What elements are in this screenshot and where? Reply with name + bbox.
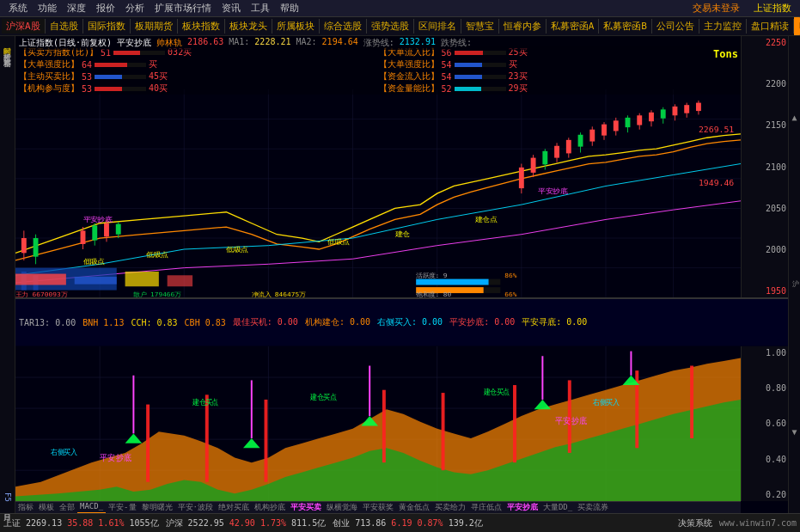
tab-pa-floor[interactable]: 平安抄底: [504, 502, 540, 513]
tb-shenzhen[interactable]: 沪深A股: [2, 19, 46, 34]
tar-info: TAR13: 0.00: [19, 318, 76, 327]
svg-text:平安抄底: 平安抄底: [538, 187, 567, 195]
capital-amount-label: 【资金量能比】: [379, 83, 439, 95]
menu-depth[interactable]: 深度: [62, 2, 91, 15]
svg-rect-37: [531, 158, 536, 173]
sidebar-right-bottom[interactable]: ▼: [790, 427, 799, 437]
tab-buy-sell[interactable]: 买卖给力: [432, 502, 468, 513]
tab-flow[interactable]: 买卖流券: [575, 502, 611, 513]
tb-board[interactable]: 盘口精读: [747, 19, 794, 34]
menu-system[interactable]: 系统: [3, 2, 33, 15]
svg-rect-102: [442, 393, 445, 470]
sidebar-f5[interactable]: F5: [2, 491, 14, 504]
index-btn[interactable]: 上证指数: [748, 2, 797, 15]
tb-private-a[interactable]: 私募密函A: [547, 19, 600, 34]
big-vol-signal: 买: [149, 58, 157, 70]
tb-sector-idx[interactable]: 板块指数: [178, 19, 225, 34]
price-scale: 2250 2200 2150 2100 2050 2000 1950: [741, 36, 788, 297]
tab-template[interactable]: 模板: [36, 502, 57, 513]
tb-private-b[interactable]: 私募密函B: [599, 19, 652, 34]
svg-rect-29: [92, 225, 97, 240]
active-buy-value: 53: [82, 72, 92, 82]
svg-rect-61: [673, 107, 678, 115]
svg-text:平安抄底: 平安抄底: [555, 415, 587, 425]
svg-rect-0: [15, 89, 741, 297]
tb-monitor[interactable]: 主力监控: [699, 19, 747, 34]
tab-seek-low[interactable]: 寻庄低点: [468, 502, 504, 513]
tab-wave[interactable]: 平安·波段: [175, 502, 216, 513]
sidebar-time[interactable]: 时间: [0, 40, 15, 43]
tab-dawn[interactable]: 黎明曙光: [139, 502, 175, 513]
menu-extend[interactable]: 扩展市场行情: [150, 2, 217, 15]
tb-range-rank[interactable]: 区间排名: [414, 19, 461, 34]
sidebar-right-scroll[interactable]: ▲: [790, 113, 799, 122]
bottom-chart-svg[interactable]: 平安抄底 建仓买点 建仓买点 建仓买点 右侧买入 平安抄底 右侧买入: [15, 346, 741, 501]
svg-text:2269.51: 2269.51: [699, 125, 734, 134]
right-buy: 右侧买入: 0.00: [377, 316, 443, 328]
svg-text:建仓买点: 建仓买点: [192, 397, 218, 407]
trend-label: 涨势线:: [363, 37, 394, 49]
sidebar-daily[interactable]: 日月: [0, 506, 15, 510]
svg-rect-41: [554, 146, 559, 158]
tb-futures[interactable]: 板期期货: [131, 19, 178, 34]
svg-text:86%: 86%: [504, 272, 517, 278]
big-force-value: 54: [442, 60, 452, 70]
tab-indicator[interactable]: 指标: [15, 502, 36, 513]
tb-sector-lead[interactable]: 板块龙头: [225, 19, 272, 34]
price-2000: 2000: [743, 245, 786, 254]
capital-in-signal: 23买: [509, 70, 528, 83]
ma2-value: 2194.64: [322, 37, 358, 49]
tb-composite[interactable]: 综合选股: [320, 19, 367, 34]
svg-rect-45: [578, 135, 583, 147]
tb-sector-all[interactable]: 所属板块: [272, 19, 320, 34]
institution-signal: 40买: [149, 83, 168, 95]
chart-title: 上证指数(日线·前复权) 平安抄底: [19, 37, 151, 49]
tab-pa-vol[interactable]: 平安-量: [106, 502, 138, 513]
svg-text:活跃度: 9: 活跃度: 9: [416, 272, 447, 278]
svg-text:饱和度: 80: 饱和度: 80: [415, 290, 451, 297]
tab-vertical[interactable]: 纵横觉海: [324, 502, 360, 513]
tb-announce[interactable]: 公司公告: [652, 19, 699, 34]
middle-panel: TAR13: 0.00 BNH 1.13 CCH: 0.83 CBH 0.83 …: [15, 298, 788, 346]
tb-watchlist[interactable]: 自选股: [46, 19, 83, 34]
menu-analysis[interactable]: 分析: [120, 2, 150, 15]
index2-chg: 42.90: [229, 518, 255, 528]
trend-value: 2132.91: [400, 37, 436, 49]
tab-pa-prize[interactable]: 平安获奖: [360, 502, 396, 513]
floor-buy: 平安抄底: 0.00: [449, 316, 515, 328]
flash-btn[interactable]: 闪电手: [794, 17, 800, 36]
tab-pa-buy[interactable]: 平安买卖: [288, 502, 324, 513]
candlestick-chart[interactable]: 低吸点 低吸点 低吸点 低吸点 建仓 建仓点 平安抄底 平安抄底 2269.51…: [15, 89, 741, 297]
not-logged-btn[interactable]: 交易未登录: [687, 2, 745, 15]
menu-tools[interactable]: 工具: [246, 2, 275, 15]
tab-floor[interactable]: 绝对买底: [216, 502, 252, 513]
active-buy-row: 【主动买卖比】 53 45买: [19, 70, 378, 83]
menu-function[interactable]: 功能: [33, 2, 62, 15]
bottom-p080: 0.80: [743, 383, 786, 393]
tb-smart[interactable]: 智慧宝: [461, 19, 499, 34]
tab-gold-low[interactable]: 黄金低点: [396, 502, 432, 513]
drop-label: 跌势线:: [441, 37, 472, 49]
index2-name: 沪深 2522.95: [166, 518, 224, 528]
menu-quote[interactable]: 报价: [91, 2, 120, 15]
status-index1: 上证 2269.13 35.88 1.61% 1055亿: [3, 517, 159, 529]
active-buy-signal: 45买: [149, 70, 168, 83]
svg-text:66%: 66%: [504, 290, 517, 297]
svg-text:1949.46: 1949.46: [699, 179, 734, 187]
svg-rect-35: [519, 168, 524, 188]
svg-rect-31: [104, 223, 109, 237]
svg-rect-77: [416, 279, 488, 285]
tb-intl-index[interactable]: 国际指数: [83, 19, 131, 34]
tab-big-vol[interactable]: 大量DD_: [540, 502, 575, 513]
decision-label: 决策系统: [678, 517, 712, 529]
svg-rect-47: [589, 130, 595, 142]
tb-strong[interactable]: 强势选股: [367, 19, 414, 34]
menu-info[interactable]: 资讯: [217, 2, 246, 15]
sidebar-tech[interactable]: 技术分析: [0, 46, 15, 49]
sidebar-basic[interactable]: 基本资料: [0, 52, 15, 55]
tb-hengrei[interactable]: 恒睿内参: [499, 19, 547, 34]
tab-inst-floor[interactable]: 机构抄底: [252, 502, 288, 513]
tab-all[interactable]: 全部: [57, 502, 77, 513]
tab-macd[interactable]: MACD_: [77, 502, 106, 513]
menu-help[interactable]: 帮助: [275, 2, 304, 15]
